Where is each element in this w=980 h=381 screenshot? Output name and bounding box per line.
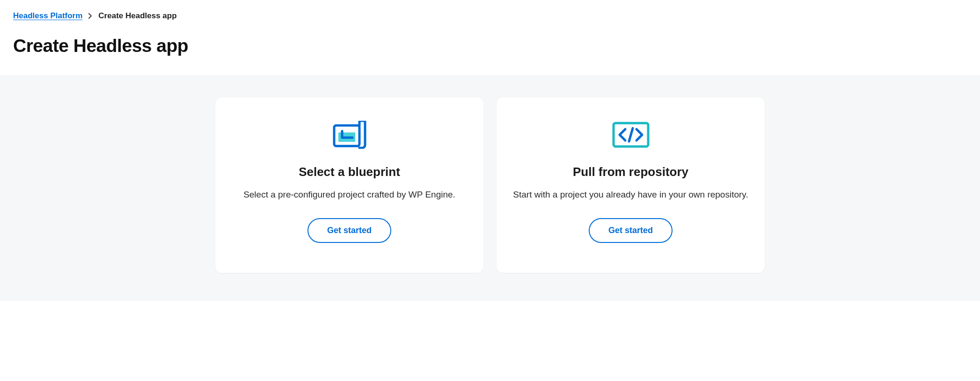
page-title: Create Headless app xyxy=(13,36,967,56)
repository-get-started-button[interactable]: Get started xyxy=(589,218,673,243)
breadcrumb: Headless Platform Create Headless app xyxy=(13,11,967,21)
card-blueprint-title: Select a blueprint xyxy=(299,165,400,179)
header-region: Headless Platform Create Headless app Cr… xyxy=(0,0,980,75)
blueprint-get-started-button[interactable]: Get started xyxy=(307,218,391,243)
breadcrumb-current: Create Headless app xyxy=(98,11,176,21)
breadcrumb-root-link[interactable]: Headless Platform xyxy=(13,11,82,21)
content-region: Select a blueprint Select a pre-configur… xyxy=(0,75,980,301)
code-icon xyxy=(612,118,650,152)
card-blueprint-description: Select a pre-configured project crafted … xyxy=(243,189,455,201)
chevron-right-icon xyxy=(88,13,93,19)
cards-row: Select a blueprint Select a pre-configur… xyxy=(215,97,765,273)
card-repository: Pull from repository Start with a projec… xyxy=(497,97,765,273)
card-repository-description: Start with a project you already have in… xyxy=(513,189,748,201)
card-repository-title: Pull from repository xyxy=(573,165,688,179)
blueprint-icon xyxy=(331,118,368,152)
card-blueprint: Select a blueprint Select a pre-configur… xyxy=(215,97,483,273)
